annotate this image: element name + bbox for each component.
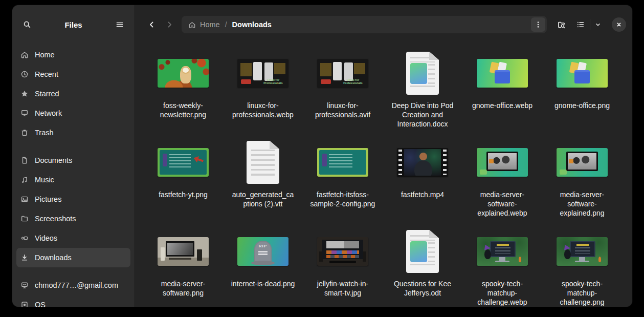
search-icon	[23, 20, 31, 29]
view-options-chevron-button[interactable]	[591, 16, 605, 33]
file-item[interactable]: Deep Dive into Pod Creation and Interact…	[383, 49, 462, 138]
file-thumbnail: RIP	[237, 237, 288, 266]
sidebar-item-music[interactable]: Music	[16, 170, 130, 189]
file-item[interactable]: gnome-office.webp	[462, 49, 542, 138]
file-item[interactable]: fastfetch-itsfoss-sample-2-config.png	[303, 138, 383, 227]
document-file-icon	[406, 52, 439, 95]
search-folder-button[interactable]	[553, 16, 569, 33]
sidebar-item-label: Recent	[35, 70, 58, 78]
sidebar-item-videos[interactable]: Videos	[16, 228, 130, 248]
file-thumbnail	[158, 237, 209, 266]
file-grid: foss-weekly-newsletter.png Linux for Pro…	[135, 44, 632, 307]
sidebar-shortcuts: Home Recent Starred Network Trash	[12, 44, 135, 142]
file-item[interactable]: spooky-tech-matchup-challenge.png	[542, 227, 622, 307]
forward-button[interactable]	[161, 16, 177, 33]
file-name: fastfetch-yt.png	[159, 190, 208, 199]
file-item[interactable]: gnome-office.png	[542, 49, 622, 138]
folder-menu-button[interactable]	[531, 17, 545, 32]
file-item[interactable]: fastfetch-yt.png	[143, 138, 223, 227]
kebab-menu-icon	[534, 20, 542, 29]
close-icon	[615, 21, 623, 28]
file-item[interactable]: media-server-software-explained.webp	[462, 138, 542, 227]
file-grid-scroll-area[interactable]: foss-weekly-newsletter.png Linux for Pro…	[135, 44, 632, 307]
headerbar: Home / Downloads	[135, 5, 632, 44]
breadcrumb-current[interactable]: Downloads	[232, 20, 272, 29]
document-file-icon	[406, 230, 439, 273]
back-button[interactable]	[144, 16, 160, 33]
file-name: auto_generated_captions (2).vtt	[230, 190, 296, 208]
sidebar-item-os-drive[interactable]: OS	[16, 295, 130, 307]
sidebar-item-label: Documents	[35, 156, 72, 164]
video-file-thumbnail	[397, 148, 448, 177]
hamburger-menu-icon	[116, 20, 124, 29]
file-name: linuxc-for-professionals.webp	[230, 101, 296, 119]
file-item[interactable]: Linux for Professionals linuxc-for-profe…	[223, 49, 303, 138]
recent-icon	[20, 70, 29, 78]
sidebar-item-label: Videos	[35, 234, 57, 242]
sidebar-item-screenshots[interactable]: Screenshots	[16, 209, 130, 228]
file-name: spooky-tech-matchup-challenge.webp	[470, 279, 535, 307]
path-bar: Home / Downloads	[182, 16, 547, 33]
list-view-button[interactable]	[572, 16, 589, 33]
sidebar-item-label: Music	[35, 176, 54, 184]
file-item[interactable]: media-server-software.png	[143, 227, 223, 307]
breadcrumb-home[interactable]: Home	[188, 20, 220, 29]
chevron-down-icon	[594, 21, 602, 28]
file-name: Deep Dive into Pod Creation and Interact…	[390, 101, 455, 129]
headerbar-actions	[553, 16, 626, 33]
file-name: media-server-software-explained.webp	[470, 190, 535, 218]
main-menu-button[interactable]	[111, 16, 128, 33]
sidebar-places: Documents Music Pictures Screenshots Vid…	[12, 150, 135, 267]
sidebar-item-label: Home	[35, 51, 55, 59]
home-icon	[20, 51, 29, 59]
file-item[interactable]: spooky-tech-matchup-challenge.webp	[462, 227, 542, 307]
files-window: Files Home Recent Starred Net	[12, 5, 632, 307]
file-item[interactable]: foss-weekly-newsletter.png	[143, 49, 223, 138]
file-thumbnail: Linux for Professionals	[317, 59, 368, 88]
search-button[interactable]	[18, 16, 36, 33]
sidebar-item-google-account[interactable]: chmod777…@gmail.com	[16, 276, 130, 295]
file-item[interactable]: jellyfin-watch-in-smart-tv.jpg	[303, 227, 383, 307]
file-name: fastfetch.mp4	[401, 190, 444, 199]
sidebar-headerbar: Files	[12, 5, 135, 44]
app-title: Files	[36, 20, 111, 29]
sidebar-item-documents[interactable]: Documents	[16, 151, 130, 170]
sidebar-item-home[interactable]: Home	[16, 45, 130, 65]
file-thumbnail	[557, 59, 608, 88]
file-item[interactable]: RIP internet-is-dead.png	[223, 227, 303, 307]
file-item[interactable]: auto_generated_captions (2).vtt	[223, 138, 303, 227]
file-name: internet-is-dead.png	[231, 279, 295, 288]
file-thumbnail	[158, 148, 209, 177]
file-item[interactable]: fastfetch.mp4	[383, 138, 462, 227]
sidebar-item-label: Trash	[35, 129, 54, 137]
file-thumbnail: Linux for Professionals	[237, 59, 288, 88]
file-thumbnail	[317, 237, 368, 266]
sidebar-locations: chmod777…@gmail.com OS	[12, 274, 135, 307]
sidebar-item-label: Pictures	[35, 195, 61, 203]
sidebar-item-network[interactable]: Network	[16, 103, 130, 123]
list-view-icon	[576, 20, 585, 29]
file-thumbnail	[477, 59, 528, 88]
folder-search-icon	[557, 20, 566, 29]
home-icon	[188, 21, 196, 29]
file-name: gnome-office.png	[554, 101, 610, 110]
sidebar-item-trash[interactable]: Trash	[16, 123, 130, 142]
sidebar-item-pictures[interactable]: Pictures	[16, 189, 130, 209]
sidebar-item-label: OS	[35, 301, 46, 307]
sidebar-item-recent[interactable]: Recent	[16, 65, 130, 84]
file-item[interactable]: Questions for Kee Jefferys.odt	[383, 227, 462, 307]
file-name: fastfetch-itsfoss-sample-2-config.png	[310, 190, 375, 208]
picture-icon	[20, 195, 29, 203]
file-item[interactable]: media-server-software-explained.png	[542, 138, 622, 227]
file-name: linuxc-for-professionals.avif	[310, 101, 375, 119]
file-thumbnail	[557, 148, 608, 177]
sidebar-item-downloads[interactable]: Downloads	[16, 248, 130, 267]
sidebar-item-label: Downloads	[35, 253, 72, 262]
sidebar-item-label: Starred	[35, 90, 59, 98]
sidebar-item-label: Network	[35, 109, 62, 117]
video-camera-icon	[20, 234, 29, 242]
music-icon	[20, 176, 29, 184]
sidebar-item-starred[interactable]: Starred	[16, 84, 130, 103]
close-window-button[interactable]	[612, 17, 626, 32]
file-item[interactable]: Linux for Professionals linuxc-for-profe…	[303, 49, 383, 138]
